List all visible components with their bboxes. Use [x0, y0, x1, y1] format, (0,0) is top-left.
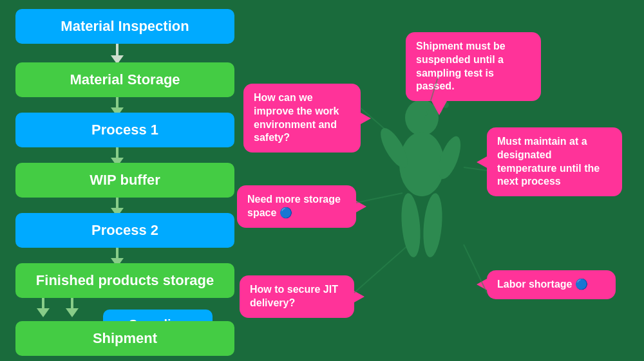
bubble-labor: Labor shortage 🔵 [487, 270, 616, 299]
svg-point-7 [421, 192, 445, 258]
bubble-work-env-text: How can we improve the work environment … [254, 92, 339, 143]
process1-label: Process 1 [91, 122, 158, 138]
svg-point-6 [399, 192, 423, 258]
bubble-storage: Need more storage space 🔵 [237, 185, 356, 228]
process1-box: Process 1 [15, 113, 234, 147]
arrow-1 [109, 44, 125, 64]
material-storage-label: Material Storage [70, 71, 180, 88]
wip-buffer-box: WIP buffer [15, 163, 234, 198]
process2-label: Process 2 [91, 222, 158, 239]
process2-box: Process 2 [15, 213, 234, 248]
finished-storage-label: Finished products storage [36, 272, 214, 289]
arrow-7 [35, 298, 51, 317]
material-inspection-label: Material Inspection [61, 18, 189, 35]
bubble-jit-text: How to secure JIT delivery? [250, 284, 338, 308]
material-inspection-box: Material Inspection [15, 9, 234, 44]
bubble-temperature-text: Must maintain at a designated temperatur… [497, 136, 600, 187]
finished-storage-box: Finished products storage [15, 263, 234, 298]
material-storage-box: Material Storage [15, 62, 234, 97]
arrow-6 [64, 298, 80, 317]
bubble-shipment-text: Shipment must be suspended until a sampl… [416, 41, 506, 91]
bubble-temperature: Must maintain at a designated temperatur… [487, 127, 622, 196]
wip-buffer-label: WIP buffer [90, 172, 160, 189]
bubble-shipment: Shipment must be suspended until a sampl… [406, 32, 541, 101]
person-figure [380, 100, 464, 299]
bubble-labor-text: Labor shortage 🔵 [497, 279, 588, 290]
shipment-box: Shipment [15, 321, 234, 356]
bubble-jit: How to secure JIT delivery? [240, 275, 354, 318]
bubble-work-env: How can we improve the work environment … [243, 84, 361, 153]
shipment-label: Shipment [93, 330, 157, 347]
bubble-storage-text: Need more storage space 🔵 [247, 194, 341, 218]
